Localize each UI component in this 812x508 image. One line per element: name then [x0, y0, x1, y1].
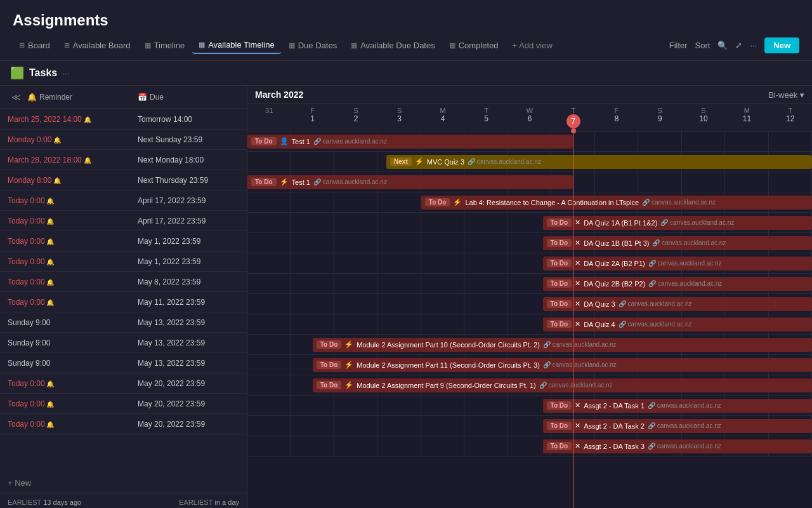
sort-btn[interactable]: Sort — [695, 41, 710, 50]
status-badge: To Do — [317, 361, 342, 369]
task-row[interactable]: Sunday 9:00May 13, 2022 23:59 — [0, 333, 247, 353]
filter-btn[interactable]: Filter — [669, 41, 688, 50]
task-row[interactable]: Today 0:00 🔔May 20, 2022 23:59 — [0, 414, 247, 434]
tab-available-board[interactable]: ⊞ Available Board — [58, 37, 137, 53]
task-row[interactable]: March 25, 2022 14:00 🔔Tomorrow 14:00 — [0, 109, 247, 130]
timeline-row[interactable]: To Do⚡Module 2 Assignment Part 10 (Secon… — [247, 335, 812, 355]
day-col: M4 — [421, 104, 464, 131]
bar-icon: ✕ — [575, 320, 580, 328]
tab-available-timeline[interactable]: ▦ Available Timeline — [192, 37, 281, 54]
bar-site: 🔗 canvas.auckland.ac.nz — [648, 280, 722, 287]
task-row[interactable]: Today 0:00 🔔April 17, 2022 23:59 — [0, 190, 247, 211]
timeline-row[interactable]: To Do✕Assgt 2 - DA Task 1🔗 canvas.auckla… — [247, 396, 812, 416]
gantt-bar[interactable]: To Do✕Assgt 2 - DA Task 1🔗 canvas.auckla… — [543, 399, 812, 413]
gantt-bar[interactable]: To Do⚡Module 2 Assignment Part 10 (Secon… — [313, 338, 812, 352]
status-badge: To Do — [547, 239, 572, 247]
timeline-view-btn[interactable]: Bi-week ▾ — [768, 90, 804, 100]
timeline-row[interactable]: To Do✕DA Quiz 2B (B2 P2)🔗 canvas.aucklan… — [247, 274, 812, 294]
workspace-header: 🟩 Tasks ··· — [0, 61, 812, 86]
due-cell: May 8, 2022 23:59 — [138, 277, 239, 286]
timeline-row[interactable]: To Do✕Assgt 2 - DA Task 3🔗 canvas.auckla… — [247, 436, 812, 457]
task-row[interactable]: Monday 8:00 🔔Next Thursday 23:59 — [0, 170, 247, 190]
due-cell: May 13, 2022 23:59 — [138, 318, 239, 327]
day-letter: S — [379, 107, 419, 114]
gantt-bar[interactable]: To Do⚡Lab 4: Resistance to Change - A Co… — [421, 196, 812, 210]
day-col: S9 — [638, 104, 681, 131]
day-number: 1 — [292, 114, 332, 123]
gantt-bar[interactable]: To Do✕Assgt 2 - DA Task 3🔗 canvas.auckla… — [543, 439, 812, 453]
status-badge: To Do — [547, 442, 572, 450]
timeline-row[interactable]: To Do✕DA Quiz 1B (B1 Pt 3)🔗 canvas.auckl… — [247, 233, 812, 253]
gantt-bar[interactable]: To Do⚡Module 2 Assignment Part 9 (Second… — [313, 378, 812, 392]
gantt-bar[interactable]: To Do⚡Module 2 Assignment Part 11 (Secon… — [313, 358, 812, 372]
bar-site: 🔗 canvas.auckland.ac.nz — [648, 260, 722, 267]
timeline-row[interactable]: To Do✕DA Quiz 3🔗 canvas.auckland.ac.nz — [247, 294, 812, 314]
gantt-bar[interactable]: To Do⚡Test 1🔗 canvas.auckland.ac.nz — [247, 175, 573, 189]
gantt-bar[interactable]: To Do✕DA Quiz 1B (B1 Pt 3)🔗 canvas.auckl… — [543, 236, 812, 250]
tab-due-dates[interactable]: ▦ Due Dates — [282, 37, 343, 53]
bar-task-name: DA Quiz 3 — [584, 300, 615, 308]
task-row[interactable]: Today 0:00 🔔April 17, 2022 23:59 — [0, 211, 247, 231]
task-row[interactable]: Today 0:00 🔔May 1, 2022 23:59 — [0, 231, 247, 251]
tab-board[interactable]: ⊞ Board — [13, 37, 56, 53]
bar-icon: ✕ — [575, 422, 580, 430]
tab-timeline[interactable]: ▦ Timeline — [138, 37, 192, 53]
completed-icon: ▦ — [449, 41, 455, 50]
bell-icon: 🔔 — [45, 421, 55, 428]
task-row[interactable]: Sunday 9:00May 13, 2022 23:59 — [0, 353, 247, 373]
tab-available-due-dates[interactable]: ▦ Available Due Dates — [344, 37, 442, 53]
gantt-bar[interactable]: To Do✕DA Quiz 2A (B2 P1)🔗 canvas.aucklan… — [543, 257, 812, 271]
bar-site: 🔗 canvas.auckland.ac.nz — [468, 158, 541, 165]
task-row[interactable]: March 28, 2022 18:00 🔔Next Monday 18:00 — [0, 150, 247, 170]
timeline-row[interactable]: To Do⚡Module 2 Assignment Part 11 (Secon… — [247, 355, 812, 375]
bell-icon: 🔔 — [45, 279, 55, 286]
bar-site: 🔗 canvas.auckland.ac.nz — [648, 443, 721, 450]
timeline-row[interactable]: To Do✕DA Quiz 1A (B1 Pt 1&2)🔗 canvas.auc… — [247, 213, 812, 233]
timeline-content[interactable]: To Do👤Test 1🔗 canvas.auckland.ac.nzNext⚡… — [247, 131, 812, 508]
search-icon[interactable]: 🔍 — [717, 41, 728, 50]
gantt-bar[interactable]: To Do✕DA Quiz 4🔗 canvas.auckland.ac.nz — [543, 318, 812, 331]
task-row[interactable]: Sunday 9:00May 13, 2022 23:59 — [0, 312, 247, 333]
tab-add-view[interactable]: + Add view — [506, 37, 559, 53]
day-letter: F — [596, 107, 637, 114]
timeline-row[interactable]: To Do✕DA Quiz 4🔗 canvas.auckland.ac.nz — [247, 314, 812, 335]
tasks-menu[interactable]: ··· — [62, 69, 69, 78]
gantt-bar[interactable]: To Do✕DA Quiz 1A (B1 Pt 1&2)🔗 canvas.auc… — [543, 216, 812, 230]
bar-site: 🔗 canvas.auckland.ac.nz — [619, 321, 692, 328]
day-letter: M — [726, 107, 767, 114]
collapse-btn[interactable]: ≪ — [8, 91, 25, 104]
gantt-bar[interactable]: To Do✕Assgt 2 - DA Task 2🔗 canvas.auckla… — [543, 419, 812, 433]
col-reminder: 🔔 Reminder — [27, 93, 135, 102]
new-button[interactable]: New — [764, 37, 799, 53]
timeline-row[interactable]: To Do⚡Module 2 Assignment Part 9 (Second… — [247, 375, 812, 396]
bar-task-name: DA Quiz 4 — [584, 321, 615, 328]
gantt-bar[interactable]: Next⚡MVC Quiz 3🔗 canvas.auckland.ac.nz — [386, 155, 812, 169]
tab-completed[interactable]: ▦ Completed — [443, 37, 505, 53]
task-row[interactable]: Monday 0:00 🔔Next Sunday 23:59 — [0, 130, 247, 150]
timeline-row[interactable]: To Do👤Test 1🔗 canvas.auckland.ac.nz — [247, 131, 812, 152]
timeline-row[interactable]: To Do✕DA Quiz 2A (B2 P1)🔗 canvas.aucklan… — [247, 253, 812, 274]
timeline-row[interactable]: To Do⚡Test 1🔗 canvas.auckland.ac.nz — [247, 172, 812, 192]
day-number: 11 — [726, 114, 767, 123]
gantt-bar[interactable]: To Do✕DA Quiz 2B (B2 P2)🔗 canvas.aucklan… — [543, 277, 812, 291]
expand-icon[interactable]: ⤢ — [735, 41, 742, 50]
timeline-row[interactable]: Next⚡MVC Quiz 3🔗 canvas.auckland.ac.nz — [247, 152, 812, 172]
task-row[interactable]: Today 0:00 🔔May 20, 2022 23:59 — [0, 373, 247, 394]
task-row[interactable]: Today 0:00 🔔May 8, 2022 23:59 — [0, 272, 247, 292]
day-letter: T — [770, 107, 811, 114]
task-row[interactable]: Today 0:00 🔔May 20, 2022 23:59 — [0, 394, 247, 414]
add-new-row[interactable]: + New — [0, 473, 247, 493]
more-icon[interactable]: ··· — [750, 41, 757, 50]
gantt-bar[interactable]: To Do👤Test 1🔗 canvas.auckland.ac.nz — [247, 135, 573, 149]
bar-site: 🔗 canvas.auckland.ac.nz — [660, 219, 734, 226]
timeline-row[interactable]: To Do⚡Lab 4: Resistance to Change - A Co… — [247, 192, 812, 213]
reminder-cell: Today 0:00 🔔 — [8, 217, 138, 225]
task-row[interactable]: Today 0:00 🔔May 11, 2022 23:59 — [0, 292, 247, 312]
bell-icon: 🔔 — [45, 238, 55, 245]
bar-site: 🔗 canvas.auckland.ac.nz — [648, 422, 721, 429]
gantt-bar[interactable]: To Do✕DA Quiz 3🔗 canvas.auckland.ac.nz — [543, 297, 812, 311]
due-dates-icon: ▦ — [289, 41, 295, 50]
task-row[interactable]: Today 0:00 🔔May 1, 2022 23:59 — [0, 251, 247, 272]
due-cell: April 17, 2022 23:59 — [138, 196, 239, 205]
timeline-row[interactable]: To Do✕Assgt 2 - DA Task 2🔗 canvas.auckla… — [247, 416, 812, 436]
